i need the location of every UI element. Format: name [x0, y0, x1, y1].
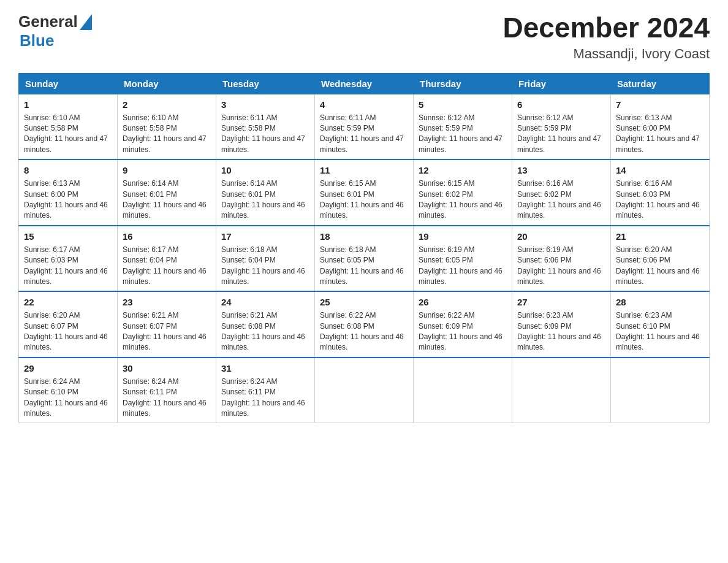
day-number: 17	[221, 230, 309, 243]
logo-triangle-icon	[80, 14, 92, 30]
calendar-cell: 6Sunrise: 6:12 AMSunset: 5:59 PMDaylight…	[512, 94, 611, 159]
col-header-monday: Monday	[118, 73, 216, 94]
day-number: 11	[320, 164, 408, 177]
calendar-cell: 13Sunrise: 6:16 AMSunset: 6:02 PMDayligh…	[512, 159, 611, 226]
day-info: Sunrise: 6:24 AMSunset: 6:11 PMDaylight:…	[221, 377, 309, 419]
calendar-cell: 7Sunrise: 6:13 AMSunset: 6:00 PMDaylight…	[611, 94, 710, 159]
day-info: Sunrise: 6:22 AMSunset: 6:09 PMDaylight:…	[419, 310, 507, 353]
svg-marker-0	[80, 14, 92, 30]
col-header-friday: Friday	[512, 73, 611, 94]
day-info: Sunrise: 6:23 AMSunset: 6:09 PMDaylight:…	[517, 310, 605, 353]
day-number: 6	[517, 98, 605, 111]
logo-blue-text: Blue	[20, 31, 54, 50]
calendar-cell: 24Sunrise: 6:21 AMSunset: 6:08 PMDayligh…	[216, 291, 315, 358]
day-number: 23	[123, 296, 211, 308]
day-number: 4	[320, 98, 408, 111]
day-info: Sunrise: 6:14 AMSunset: 6:01 PMDaylight:…	[123, 178, 211, 221]
calendar-cell	[315, 358, 414, 423]
day-info: Sunrise: 6:24 AMSunset: 6:11 PMDaylight:…	[123, 377, 211, 419]
day-info: Sunrise: 6:10 AMSunset: 5:58 PMDaylight:…	[24, 113, 112, 156]
day-number: 27	[517, 296, 605, 308]
day-number: 3	[221, 98, 309, 111]
day-info: Sunrise: 6:12 AMSunset: 5:59 PMDaylight:…	[419, 113, 507, 156]
calendar-cell: 11Sunrise: 6:15 AMSunset: 6:01 PMDayligh…	[315, 159, 414, 226]
day-info: Sunrise: 6:13 AMSunset: 6:00 PMDaylight:…	[24, 178, 112, 221]
day-info: Sunrise: 6:21 AMSunset: 6:07 PMDaylight:…	[123, 310, 211, 353]
day-info: Sunrise: 6:16 AMSunset: 6:02 PMDaylight:…	[517, 178, 605, 221]
day-number: 19	[419, 230, 507, 243]
calendar-title-area: December 2024 Massandji, Ivory Coast	[502, 12, 710, 62]
calendar-cell: 9Sunrise: 6:14 AMSunset: 6:01 PMDaylight…	[118, 159, 216, 226]
day-number: 30	[123, 362, 211, 375]
col-header-tuesday: Tuesday	[216, 73, 315, 94]
day-info: Sunrise: 6:20 AMSunset: 6:06 PMDaylight:…	[616, 245, 704, 288]
day-info: Sunrise: 6:18 AMSunset: 6:04 PMDaylight:…	[221, 245, 309, 288]
day-info: Sunrise: 6:18 AMSunset: 6:05 PMDaylight:…	[320, 245, 408, 288]
day-number: 28	[616, 296, 704, 308]
calendar-cell: 14Sunrise: 6:16 AMSunset: 6:03 PMDayligh…	[611, 159, 710, 226]
day-number: 18	[320, 230, 408, 243]
calendar-cell: 15Sunrise: 6:17 AMSunset: 6:03 PMDayligh…	[19, 226, 118, 292]
calendar-cell: 3Sunrise: 6:11 AMSunset: 5:58 PMDaylight…	[216, 94, 315, 159]
day-info: Sunrise: 6:11 AMSunset: 5:59 PMDaylight:…	[320, 113, 408, 156]
day-info: Sunrise: 6:24 AMSunset: 6:10 PMDaylight:…	[24, 377, 112, 419]
col-header-thursday: Thursday	[414, 73, 512, 94]
day-number: 5	[419, 98, 507, 111]
day-number: 31	[221, 362, 309, 375]
day-number: 7	[616, 98, 704, 111]
day-number: 21	[616, 230, 704, 243]
calendar-cell: 22Sunrise: 6:20 AMSunset: 6:07 PMDayligh…	[19, 291, 118, 358]
day-info: Sunrise: 6:14 AMSunset: 6:01 PMDaylight:…	[221, 178, 309, 221]
day-number: 14	[616, 164, 704, 177]
day-number: 13	[517, 164, 605, 177]
calendar-cell: 31Sunrise: 6:24 AMSunset: 6:11 PMDayligh…	[216, 358, 315, 423]
calendar-cell: 27Sunrise: 6:23 AMSunset: 6:09 PMDayligh…	[512, 291, 611, 358]
calendar-cell: 1Sunrise: 6:10 AMSunset: 5:58 PMDaylight…	[19, 94, 118, 159]
day-number: 25	[320, 296, 408, 308]
day-info: Sunrise: 6:10 AMSunset: 5:58 PMDaylight:…	[123, 113, 211, 156]
day-info: Sunrise: 6:13 AMSunset: 6:00 PMDaylight:…	[616, 113, 704, 156]
day-info: Sunrise: 6:22 AMSunset: 6:08 PMDaylight:…	[320, 310, 408, 353]
day-number: 1	[24, 98, 112, 111]
calendar-cell: 2Sunrise: 6:10 AMSunset: 5:58 PMDaylight…	[118, 94, 216, 159]
calendar-week-row: 29Sunrise: 6:24 AMSunset: 6:10 PMDayligh…	[19, 358, 710, 423]
day-info: Sunrise: 6:17 AMSunset: 6:04 PMDaylight:…	[123, 245, 211, 288]
page-header: General Blue December 2024 Massandji, Iv…	[18, 12, 710, 62]
col-header-wednesday: Wednesday	[315, 73, 414, 94]
day-info: Sunrise: 6:12 AMSunset: 5:59 PMDaylight:…	[517, 113, 605, 156]
calendar-week-row: 15Sunrise: 6:17 AMSunset: 6:03 PMDayligh…	[19, 226, 710, 292]
calendar-cell: 26Sunrise: 6:22 AMSunset: 6:09 PMDayligh…	[414, 291, 512, 358]
calendar-cell	[611, 358, 710, 423]
location-title: Massandji, Ivory Coast	[502, 46, 710, 62]
calendar-cell: 8Sunrise: 6:13 AMSunset: 6:00 PMDaylight…	[19, 159, 118, 226]
calendar-cell: 4Sunrise: 6:11 AMSunset: 5:59 PMDaylight…	[315, 94, 414, 159]
day-info: Sunrise: 6:21 AMSunset: 6:08 PMDaylight:…	[221, 310, 309, 353]
calendar-cell	[414, 358, 512, 423]
calendar-cell: 5Sunrise: 6:12 AMSunset: 5:59 PMDaylight…	[414, 94, 512, 159]
day-info: Sunrise: 6:17 AMSunset: 6:03 PMDaylight:…	[24, 245, 112, 288]
day-info: Sunrise: 6:15 AMSunset: 6:02 PMDaylight:…	[419, 178, 507, 221]
calendar-cell: 20Sunrise: 6:19 AMSunset: 6:06 PMDayligh…	[512, 226, 611, 292]
calendar-week-row: 8Sunrise: 6:13 AMSunset: 6:00 PMDaylight…	[19, 159, 710, 226]
calendar-cell: 17Sunrise: 6:18 AMSunset: 6:04 PMDayligh…	[216, 226, 315, 292]
logo-general-text: General	[18, 12, 78, 31]
day-info: Sunrise: 6:11 AMSunset: 5:58 PMDaylight:…	[221, 113, 309, 156]
day-number: 22	[24, 296, 112, 308]
day-number: 26	[419, 296, 507, 308]
calendar-cell: 30Sunrise: 6:24 AMSunset: 6:11 PMDayligh…	[118, 358, 216, 423]
day-info: Sunrise: 6:15 AMSunset: 6:01 PMDaylight:…	[320, 178, 408, 221]
day-number: 29	[24, 362, 112, 375]
logo: General Blue	[18, 12, 92, 50]
calendar-cell: 23Sunrise: 6:21 AMSunset: 6:07 PMDayligh…	[118, 291, 216, 358]
calendar-cell: 21Sunrise: 6:20 AMSunset: 6:06 PMDayligh…	[611, 226, 710, 292]
day-number: 10	[221, 164, 309, 177]
calendar-table: SundayMondayTuesdayWednesdayThursdayFrid…	[18, 73, 710, 424]
day-info: Sunrise: 6:16 AMSunset: 6:03 PMDaylight:…	[616, 178, 704, 221]
calendar-cell: 10Sunrise: 6:14 AMSunset: 6:01 PMDayligh…	[216, 159, 315, 226]
col-header-saturday: Saturday	[611, 73, 710, 94]
calendar-header-row: SundayMondayTuesdayWednesdayThursdayFrid…	[19, 73, 710, 94]
day-info: Sunrise: 6:19 AMSunset: 6:05 PMDaylight:…	[419, 245, 507, 288]
day-info: Sunrise: 6:19 AMSunset: 6:06 PMDaylight:…	[517, 245, 605, 288]
calendar-cell	[512, 358, 611, 423]
calendar-week-row: 22Sunrise: 6:20 AMSunset: 6:07 PMDayligh…	[19, 291, 710, 358]
